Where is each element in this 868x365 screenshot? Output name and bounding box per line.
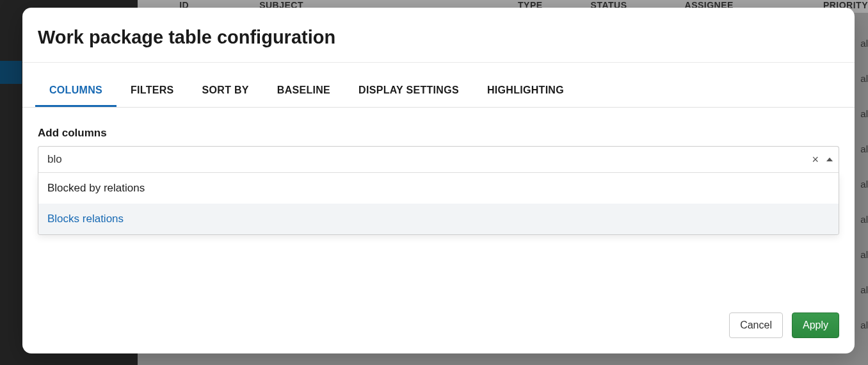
modal-title: Work package table configuration	[22, 8, 855, 63]
bg-sidebar-active-indicator	[0, 61, 22, 84]
apply-button[interactable]: Apply	[792, 312, 839, 338]
tab-filters[interactable]: FILTERS	[117, 77, 188, 107]
column-dropdown: Blocked by relations Blocks relations	[38, 173, 839, 235]
tab-highlighting[interactable]: HIGHLIGHTING	[473, 77, 578, 107]
config-modal: Work package table configuration COLUMNS…	[22, 8, 855, 353]
dropdown-option-blocks[interactable]: Blocks relations	[38, 204, 839, 234]
tab-baseline[interactable]: BASELINE	[263, 77, 344, 107]
tab-sort-by[interactable]: SORT BY	[188, 77, 263, 107]
modal-tabs: COLUMNS FILTERS SORT BY BASELINE DISPLAY…	[22, 77, 855, 108]
add-columns-label: Add columns	[38, 127, 839, 140]
modal-body: Add columns × Blocked by relations Block…	[22, 108, 855, 312]
column-select-wrap: ×	[38, 146, 839, 173]
modal-footer: Cancel Apply	[22, 312, 855, 353]
column-search-input[interactable]	[38, 146, 839, 173]
caret-up-icon[interactable]	[826, 158, 833, 161]
tab-display-settings[interactable]: DISPLAY SETTINGS	[344, 77, 473, 107]
tab-columns[interactable]: COLUMNS	[35, 77, 117, 107]
select-controls: ×	[812, 154, 833, 165]
clear-icon[interactable]: ×	[812, 154, 819, 165]
bg-right-fragments: al al al al al al al al al	[860, 26, 868, 343]
cancel-button[interactable]: Cancel	[729, 312, 783, 338]
dropdown-option-blocked-by[interactable]: Blocked by relations	[38, 173, 839, 204]
